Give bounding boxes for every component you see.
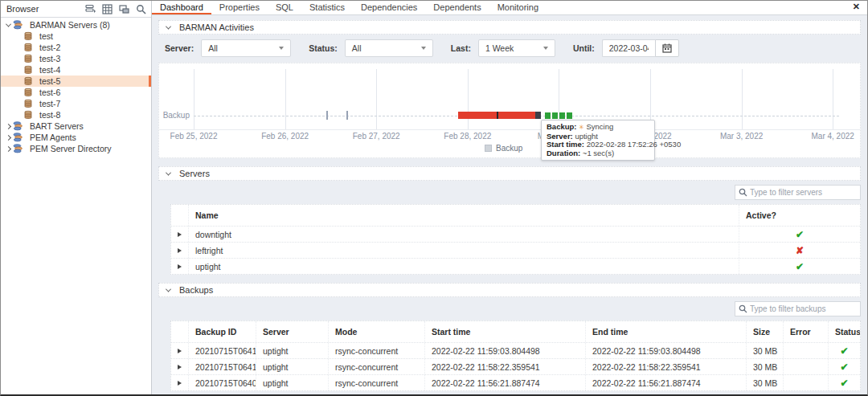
section-header-barman-activities[interactable]: BARMAN Activities: [158, 20, 861, 35]
mode-cell: rsync-concurrent: [329, 359, 425, 374]
section-title: Backups: [179, 285, 213, 295]
column-header-error: Error: [784, 321, 829, 342]
backup-syncing-dash[interactable]: [552, 112, 558, 119]
servers-icon[interactable]: [83, 2, 97, 15]
end-time-cell: 2022-02-22 11:58:22.359541: [586, 359, 747, 374]
chevron-down-icon: [279, 47, 284, 50]
tooltip-line: Duration: ~1 sec(s): [547, 149, 649, 158]
backups-search-box: [735, 301, 861, 316]
tree-item-bart-servers[interactable]: BART Servers: [1, 120, 151, 132]
table-header-row: Backup IDServerModeStart timeEnd timeSiz…: [171, 321, 860, 342]
status-filter-select[interactable]: All: [345, 39, 433, 57]
expand-arrow-icon: [178, 264, 182, 269]
last-filter-select[interactable]: 1 Week: [478, 39, 555, 57]
row-expander[interactable]: [171, 375, 189, 390]
server-name-cell: downtight: [189, 227, 739, 242]
chevron-right-icon[interactable]: [4, 147, 13, 151]
gridline: [376, 69, 377, 129]
table-row[interactable]: 20210715T064008uptightrsync-concurrent20…: [171, 374, 860, 390]
panels-icon[interactable]: [117, 2, 131, 15]
backup-bar-tick: [497, 112, 498, 119]
table-row[interactable]: uptight✔: [171, 258, 860, 274]
until-date-group: [602, 39, 679, 57]
tree-item-test[interactable]: test: [1, 31, 151, 42]
tab-dashboard[interactable]: Dashboard: [152, 1, 211, 14]
tab-monitoring[interactable]: Monitoring: [489, 1, 547, 14]
tab-sql[interactable]: SQL: [268, 1, 301, 14]
section-header-servers[interactable]: Servers: [158, 166, 861, 181]
tree-item-test-4[interactable]: test-4: [1, 64, 151, 76]
tree-item-pem-agents[interactable]: PEM Agents: [1, 132, 151, 143]
tree-item-label: test-8: [39, 110, 60, 120]
backup-marker[interactable]: [326, 111, 328, 120]
pem-window: Browser BARMAN Servers (8)testtest-2test…: [0, 0, 868, 396]
table-row[interactable]: leftright✘: [171, 242, 860, 258]
tree-item-test-8[interactable]: test-8: [1, 109, 151, 120]
database-icon: [23, 65, 33, 75]
expand-arrow-icon: [178, 381, 182, 386]
row-expander[interactable]: [171, 227, 189, 242]
x-axis-label: Feb 28, 2022: [438, 132, 497, 141]
until-date-input[interactable]: [602, 39, 655, 57]
calendar-button[interactable]: [655, 39, 679, 57]
table-row[interactable]: 20210715T064106uptightrsync-concurrent20…: [171, 358, 860, 374]
row-expander[interactable]: [171, 243, 189, 258]
chevron-right-icon[interactable]: [4, 136, 13, 140]
tree-item-test-6[interactable]: test-6: [1, 87, 151, 98]
chevron-down-icon: [421, 47, 426, 50]
tab-statistics[interactable]: Statistics: [301, 1, 353, 14]
table-row[interactable]: downtight✔: [171, 226, 860, 242]
tree-item-label: test-6: [39, 88, 60, 97]
tree-item-barman-servers-8-[interactable]: BARMAN Servers (8): [1, 19, 151, 31]
tree-item-label: test-2: [39, 43, 60, 52]
error-cell: [784, 375, 829, 390]
chevron-down-icon[interactable]: [4, 23, 13, 27]
tree-item-test-7[interactable]: test-7: [1, 98, 151, 109]
tree-item-pem-server-directory[interactable]: PEM Server Directory: [1, 143, 151, 154]
tree-item-label: test-3: [39, 54, 60, 63]
x-axis-label: Feb 27, 2022: [346, 132, 406, 141]
row-expander[interactable]: [171, 359, 189, 374]
active-status-cell: ✔: [739, 227, 860, 242]
x-axis-label: Mar 4, 2022: [803, 132, 862, 141]
tab-properties[interactable]: Properties: [211, 1, 268, 14]
server-filter-select[interactable]: All: [201, 39, 291, 57]
chevron-right-icon[interactable]: [4, 125, 13, 129]
close-icon[interactable]: ✕: [853, 2, 860, 12]
server-filter-label: Server:: [165, 43, 194, 53]
row-expander[interactable]: [171, 343, 189, 358]
tab-dependents[interactable]: Dependents: [425, 1, 489, 14]
tab-dependencies[interactable]: Dependencies: [353, 1, 425, 14]
backup-end-cap-bar[interactable]: [535, 112, 541, 119]
legend-label: Backup: [496, 144, 522, 153]
chevron-down-icon: [166, 23, 171, 29]
tree-item-test-2[interactable]: test-2: [1, 42, 151, 53]
server-cell: uptight: [256, 375, 329, 390]
backup-syncing-dash[interactable]: [559, 112, 565, 119]
search-icon[interactable]: [133, 2, 148, 15]
row-expander[interactable]: [171, 259, 189, 274]
section-header-backups[interactable]: Backups: [158, 283, 861, 297]
search-icon: [739, 304, 747, 313]
start-time-cell: 2022-02-22 11:56:21.887474: [425, 375, 586, 390]
server-name-cell: uptight: [189, 259, 739, 274]
backup-syncing-dash[interactable]: [567, 112, 572, 119]
backup-id-cell: 20210715T064106: [189, 359, 256, 374]
backups-filter-input[interactable]: [750, 304, 857, 313]
x-axis-line: [159, 129, 860, 130]
grid-icon[interactable]: [100, 2, 114, 15]
server-group-icon: [13, 121, 23, 131]
backups-table: Backup IDServerModeStart timeEnd timeSiz…: [170, 320, 861, 391]
tree-item-test-3[interactable]: test-3: [1, 53, 151, 64]
backup-syncing-dash[interactable]: [545, 112, 551, 119]
gridline: [285, 69, 286, 129]
check-icon: ✔: [796, 229, 804, 240]
expander-column-header: [171, 205, 189, 226]
status-filter-label: Status:: [309, 43, 338, 53]
servers-filter-input[interactable]: [750, 188, 857, 197]
end-time-cell: 2022-02-22 11:56:21.887474: [586, 375, 747, 390]
mode-cell: rsync-concurrent: [329, 375, 425, 390]
tree-item-test-5[interactable]: test-5: [1, 76, 151, 87]
backup-marker[interactable]: [346, 111, 348, 120]
table-row[interactable]: 20210715T064112uptightrsync-concurrent20…: [171, 342, 860, 358]
